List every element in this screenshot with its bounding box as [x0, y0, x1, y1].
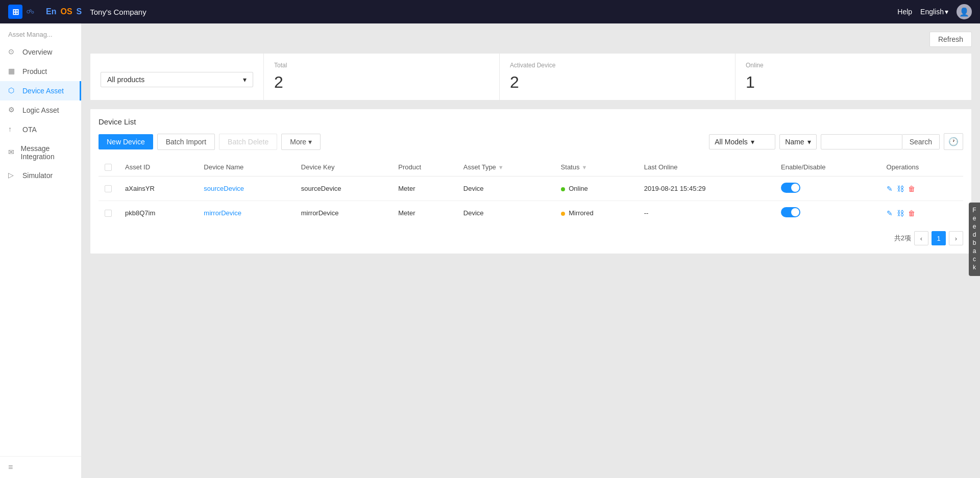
row-device-key: sourceDevice — [295, 177, 392, 201]
edit-icon[interactable]: ✎ — [887, 185, 893, 193]
status-dot — [561, 212, 565, 216]
message-icon: ✉ — [8, 148, 16, 157]
status-filter-icon[interactable]: ▼ — [581, 164, 587, 170]
overview-icon: ⊙ — [8, 47, 17, 57]
sidebar-collapse-button[interactable]: ≡ — [8, 463, 13, 471]
row-device-name[interactable]: sourceDevice — [198, 177, 295, 201]
refresh-button[interactable]: Refresh — [929, 32, 972, 47]
th-device-key: Device Key — [295, 158, 392, 177]
help-link[interactable]: Help — [897, 8, 912, 16]
row-product: Meter — [392, 177, 457, 201]
th-operations: Operations — [880, 158, 963, 177]
pagination-next[interactable]: › — [949, 231, 963, 245]
link-icon[interactable]: ⛓ — [897, 185, 904, 193]
link-icon[interactable]: ⛓ — [897, 209, 904, 217]
logo-en: En — [46, 7, 56, 16]
sidebar-section-title: Asset Manag... — [0, 23, 81, 42]
row-checkbox-cell — [99, 177, 119, 201]
batch-delete-button: Batch Delete — [219, 134, 277, 150]
th-enable-disable: Enable/Disable — [775, 158, 880, 177]
activated-value: 2 — [510, 73, 725, 92]
row-asset-type: Device — [457, 201, 555, 225]
feedback-tab[interactable]: Feedback — [969, 203, 980, 276]
th-device-name: Device Name — [198, 158, 295, 177]
pagination-page-1[interactable]: 1 — [932, 231, 946, 245]
th-checkbox — [99, 158, 119, 177]
search-button[interactable]: Search — [902, 134, 940, 149]
device-toolbar: New Device Batch Import Batch Delete Mor… — [99, 133, 963, 150]
stats-row: All products ▾ Total 2 Activated Device … — [90, 53, 972, 100]
delete-icon[interactable]: 🗑 — [908, 185, 915, 193]
model-select-arrow: ▾ — [751, 138, 754, 146]
product-icon: ▦ — [8, 67, 17, 76]
th-asset-type-label: Asset Type — [463, 163, 496, 171]
activated-card: Activated Device 2 — [500, 54, 736, 100]
sidebar-item-label: Simulator — [22, 171, 53, 180]
sidebar-item-label: OTA — [22, 125, 37, 134]
search-field-select[interactable]: Name ▾ — [779, 134, 816, 149]
app-grid-icon[interactable]: ⊞ — [8, 5, 22, 19]
sidebar-item-overview[interactable]: ⊙ Overview — [0, 42, 81, 62]
simulator-icon: ▷ — [8, 171, 17, 180]
row-operations: ✎ ⛓ 🗑 — [880, 201, 963, 225]
total-card: Total 2 — [264, 54, 500, 100]
logo-os: OS — [60, 7, 72, 16]
history-button[interactable]: 🕐 — [944, 133, 963, 150]
sidebar-item-logic-asset[interactable]: ⚙ Logic Asset — [0, 100, 81, 120]
brand-logo: EnOSS — [27, 7, 82, 16]
th-asset-id: Asset ID — [119, 158, 198, 177]
pagination-prev[interactable]: ‹ — [914, 231, 928, 245]
sidebar-item-label: Overview — [22, 48, 52, 56]
feedback-label[interactable]: Feedback — [969, 203, 980, 276]
top-navigation: ⊞ EnOSS Tony's Company Help English ▾ 👤 — [0, 0, 980, 23]
status-dot — [561, 187, 565, 191]
device-asset-icon: ⬡ — [8, 86, 17, 95]
edit-icon[interactable]: ✎ — [887, 209, 893, 217]
select-all-checkbox[interactable] — [105, 164, 112, 171]
row-operations: ✎ ⛓ 🗑 — [880, 177, 963, 201]
more-button[interactable]: More ▾ — [281, 134, 321, 150]
row-asset-id: aXainsYR — [119, 177, 198, 201]
sidebar-item-device-asset[interactable]: ⬡ Device Asset — [0, 81, 81, 100]
new-device-button[interactable]: New Device — [99, 134, 153, 149]
sidebar-item-simulator[interactable]: ▷ Simulator — [0, 166, 81, 185]
status-text: Online — [569, 185, 588, 192]
sidebar-item-label: Product — [22, 67, 47, 76]
row-checkbox[interactable] — [105, 185, 112, 192]
online-label: Online — [746, 62, 961, 69]
more-button-label: More — [290, 138, 306, 146]
row-checkbox-cell — [99, 201, 119, 225]
sidebar-item-label: Message Integration — [21, 144, 73, 161]
row-last-online: -- — [638, 201, 775, 225]
language-selector[interactable]: English ▾ — [920, 8, 948, 16]
th-status-label: Status — [561, 163, 580, 171]
row-checkbox[interactable] — [105, 210, 112, 217]
table-row: pkb8Q7im mirrorDevice mirrorDevice Meter… — [99, 201, 963, 225]
language-label: English — [920, 8, 944, 16]
product-dropdown-value: All products — [107, 76, 144, 84]
product-selector-card: All products ▾ — [90, 54, 264, 100]
user-avatar[interactable]: 👤 — [957, 4, 972, 19]
th-last-online: Last Online — [638, 158, 775, 177]
delete-icon[interactable]: 🗑 — [908, 209, 915, 217]
asset-type-filter-icon[interactable]: ▼ — [498, 164, 504, 170]
model-select-label: All Models — [715, 138, 748, 146]
sidebar-item-ota[interactable]: ↑ OTA — [0, 120, 81, 139]
company-name: Tony's Company — [90, 8, 146, 16]
enable-toggle[interactable] — [781, 183, 800, 193]
search-input[interactable] — [821, 134, 902, 149]
model-select[interactable]: All Models ▾ — [709, 134, 775, 149]
batch-import-button[interactable]: Batch Import — [157, 134, 215, 150]
th-asset-type: Asset Type ▼ — [457, 158, 555, 177]
row-status: Online — [555, 177, 638, 201]
row-product: Meter — [392, 201, 457, 225]
row-device-name[interactable]: mirrorDevice — [198, 201, 295, 225]
product-dropdown[interactable]: All products ▾ — [101, 72, 253, 87]
total-value: 2 — [274, 73, 489, 92]
more-chevron-icon: ▾ — [308, 138, 312, 146]
svg-point-2 — [32, 11, 34, 13]
enable-toggle[interactable] — [781, 207, 800, 217]
sidebar-item-product[interactable]: ▦ Product — [0, 62, 81, 81]
sidebar-item-message-integration[interactable]: ✉ Message Integration — [0, 139, 81, 166]
logo-s: S — [77, 7, 82, 16]
